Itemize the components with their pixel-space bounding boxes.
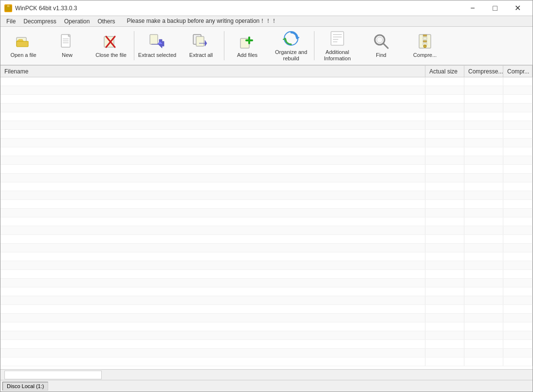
table-row [0,305,533,314]
extract-selected-icon [148,33,166,50]
menu-others[interactable]: Others [93,16,119,27]
extract-selected-label: Extract selected [138,52,176,58]
find-button[interactable]: Find [359,28,403,63]
table-row [0,244,533,252]
close-file-button[interactable]: Close the file [89,28,133,63]
close-file-label: Close the file [95,52,127,58]
svg-rect-1 [7,5,10,7]
table-row [0,104,533,112]
col-header-compressed[interactable]: Compresse... [464,66,503,77]
window-title: WinPCK 64bit v1.33.0.3 [15,5,461,12]
table-row [0,182,533,191]
info-button[interactable]: Additional Information [315,28,359,63]
open-file-label: Open a file [10,52,36,58]
svg-point-24 [377,37,383,43]
add-files-button[interactable]: Add files [225,28,269,63]
organize-icon [282,30,300,47]
table-row [0,349,533,357]
svg-rect-10 [150,35,158,44]
extract-all-icon [192,33,210,50]
status-panel [4,371,102,379]
bottom-text: Disco Local (1:) [7,383,44,389]
col-header-ratio[interactable]: Compr... [503,66,533,77]
table-row [0,217,533,226]
info-label: Additional Information [318,49,357,62]
table-row [0,156,533,165]
table-row [0,139,533,147]
separator-1 [134,31,134,60]
maximize-button[interactable]: □ [484,0,506,16]
main-content: Filename Actual size Compresse... Compr.… [0,66,533,369]
toolbar: Open a file New [0,27,533,66]
add-files-label: Add files [237,52,257,58]
table-row [0,209,533,217]
close-file-icon [102,33,120,50]
title-bar: WinPCK 64bit v1.33.0.3 − □ ✕ [0,0,533,16]
menu-decompress[interactable]: Decompress [19,16,60,27]
table-row [0,279,533,287]
svg-rect-26 [423,35,427,36]
new-icon [58,33,76,50]
compress-button[interactable]: Compre... [403,28,447,63]
separator-2 [224,31,224,60]
table-row [0,174,533,182]
table-row [0,296,533,305]
extract-all-label: Extract all [189,52,213,58]
window-controls: − □ ✕ [461,0,529,16]
table-row [0,165,533,174]
close-button[interactable]: ✕ [506,0,529,16]
svg-rect-12 [196,36,204,46]
backup-notice: Please make a backup before any writing … [127,17,277,25]
svg-rect-27 [423,37,427,39]
menu-operation[interactable]: Operation [60,16,94,27]
add-files-icon [239,33,256,50]
separator-3 [314,31,314,60]
organize-label: Organize and rebuild [272,49,311,62]
menu-file[interactable]: File [2,16,19,27]
table-row [0,200,533,209]
file-list-header: Filename Actual size Compresse... Compr.… [0,66,533,77]
new-button[interactable]: New [45,28,89,63]
table-row [0,270,533,279]
table-row [0,261,533,270]
bottom-bar: Disco Local (1:) [0,380,533,392]
table-row [0,340,533,349]
organize-button[interactable]: Organize and rebuild [269,28,313,63]
open-file-button[interactable]: Open a file [1,28,45,63]
file-list [0,77,533,369]
new-label: New [62,52,73,58]
svg-rect-17 [331,32,344,45]
table-row [0,287,533,296]
table-row [0,191,533,200]
find-label: Find [376,52,386,58]
table-row [0,322,533,331]
status-bar [0,369,533,380]
svg-rect-28 [423,40,427,42]
table-row [0,147,533,156]
minimize-button[interactable]: − [461,0,484,16]
table-row [0,357,533,366]
table-row [0,121,533,130]
svg-point-16 [284,32,298,45]
table-row [0,331,533,340]
table-row [0,77,533,86]
svg-rect-7 [104,36,114,47]
app-icon [4,4,12,12]
table-row [0,235,533,244]
compress-icon [416,33,434,50]
svg-line-23 [384,44,388,48]
compress-label: Compre... [413,52,437,58]
extract-selected-button[interactable]: Extract selected [135,28,179,63]
table-row [0,86,533,95]
extract-all-button[interactable]: Extract all [179,28,223,63]
bottom-panel: Disco Local (1:) [2,382,48,391]
table-row [0,112,533,121]
col-header-filename[interactable]: Filename [0,66,425,77]
svg-point-30 [423,45,426,48]
table-row [0,95,533,104]
col-header-actual[interactable]: Actual size [425,66,464,77]
table-row [0,314,533,322]
menu-bar: File Decompress Operation Others Please … [0,16,533,27]
table-row [0,226,533,235]
open-file-icon [15,33,32,50]
